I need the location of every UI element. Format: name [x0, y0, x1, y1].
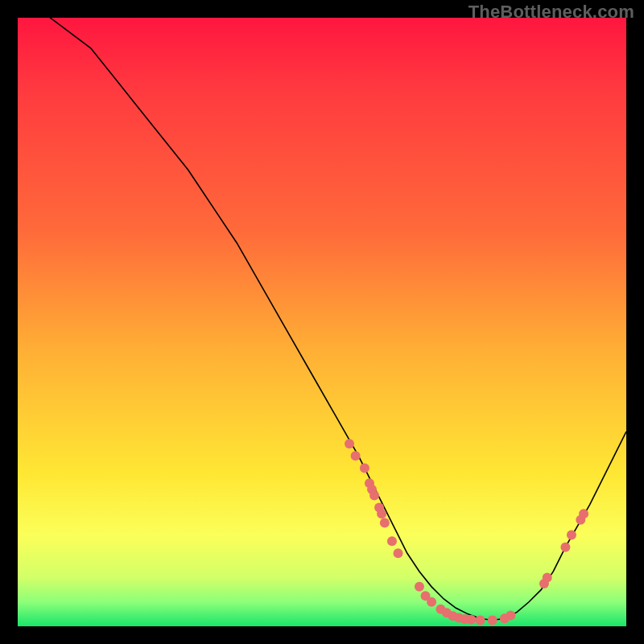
bottleneck-curve	[18, 0, 626, 620]
data-point	[387, 536, 397, 546]
data-point	[415, 582, 424, 592]
data-point	[394, 548, 403, 558]
data-point	[427, 597, 436, 607]
data-point	[567, 530, 576, 540]
data-point	[377, 509, 386, 518]
data-point	[579, 509, 588, 518]
data-point	[476, 615, 485, 625]
data-point	[488, 615, 497, 625]
data-point	[560, 543, 570, 552]
data-point	[351, 451, 361, 460]
data-point	[360, 463, 369, 473]
plot-area	[18, 18, 626, 626]
data-point	[543, 573, 552, 583]
chart-overlay-svg	[18, 18, 626, 626]
data-point	[466, 615, 476, 625]
chart-frame: TheBottleneck.com	[0, 0, 644, 644]
data-point	[506, 610, 515, 620]
data-point	[369, 490, 379, 500]
data-point	[345, 439, 354, 448]
data-point	[380, 518, 390, 527]
data-points	[345, 439, 588, 625]
